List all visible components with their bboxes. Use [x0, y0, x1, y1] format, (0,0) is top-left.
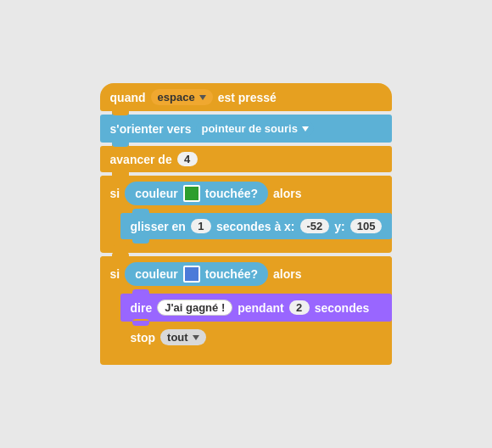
stop-label: stop [131, 331, 156, 344]
dire-block[interactable]: dire J'ai gagné ! pendant 2 secondes [120, 294, 393, 322]
orient-dropdown[interactable]: pointeur de souris [196, 120, 313, 137]
if1-body: glisser en 1 secondes à x: -52 y: 105 [120, 211, 393, 241]
glisser-block[interactable]: glisser en 1 secondes à x: -52 y: 105 [120, 213, 393, 239]
if2-color-swatch[interactable] [183, 266, 200, 283]
if1-then: alors [273, 187, 301, 200]
dire-label: dire [131, 301, 153, 315]
dire-value[interactable]: J'ai gagné ! [157, 300, 232, 316]
if2-bottom-cap [100, 353, 393, 360]
if-block-2: si couleur touchée? alors dire J'ai gagn… [100, 256, 393, 365]
if2-prefix: si [110, 267, 120, 281]
glisser-ylabel: y: [334, 220, 344, 233]
if2-cond-suffix: touchée? [205, 267, 258, 281]
dropdown-arrow-icon [199, 95, 206, 100]
orient-block[interactable]: s'orienter vers pointeur de souris [100, 115, 393, 143]
if-block-1: si couleur touchée? alors glisser en 1 s… [100, 176, 393, 253]
stop-block[interactable]: stop tout [120, 323, 393, 351]
script-stack: quand espace est pressé s'orienter vers … [100, 83, 393, 365]
orient-label: s'orienter vers [110, 122, 192, 136]
dire-val[interactable]: 2 [289, 300, 310, 315]
if1-cond-label: couleur [135, 187, 178, 200]
if2-then: alors [273, 267, 301, 281]
if1-prefix: si [110, 187, 120, 200]
stop-dropdown-arrow-icon [193, 335, 199, 340]
if2-body: dire J'ai gagné ! pendant 2 secondes sto… [120, 292, 393, 353]
if1-header[interactable]: si couleur touchée? alors [100, 176, 393, 211]
stop-dropdown[interactable]: tout [160, 329, 206, 345]
glisser-val2[interactable]: -52 [300, 219, 330, 233]
glisser-label: glisser en [131, 220, 186, 233]
glisser-mid: secondes à x: [216, 220, 295, 233]
if2-header[interactable]: si couleur touchée? alors [100, 256, 393, 292]
hat-prefix: quand [110, 91, 146, 104]
dire-mid: pendant [238, 301, 283, 315]
dire-suffix: secondes [315, 301, 370, 315]
glisser-val1[interactable]: 1 [191, 219, 211, 233]
avancer-label: avancer de [110, 153, 172, 166]
key-dropdown[interactable]: espace [151, 89, 213, 105]
avancer-value[interactable]: 4 [177, 152, 198, 166]
if1-condition: couleur touchée? [125, 182, 268, 205]
avancer-block[interactable]: avancer de 4 [100, 146, 393, 172]
blocks-workspace: quand espace est pressé s'orienter vers … [83, 66, 410, 382]
orient-dropdown-arrow-icon [302, 126, 309, 132]
if2-cond-label: couleur [135, 267, 178, 281]
glisser-val3[interactable]: 105 [350, 219, 383, 233]
hat-suffix: est pressé [218, 91, 277, 104]
hat-block[interactable]: quand espace est pressé [100, 83, 393, 111]
if2-condition: couleur touchée? [125, 262, 268, 286]
if1-cond-suffix: touchée? [205, 187, 258, 200]
if1-notch-out [112, 241, 129, 246]
if1-color-swatch[interactable] [183, 185, 200, 202]
